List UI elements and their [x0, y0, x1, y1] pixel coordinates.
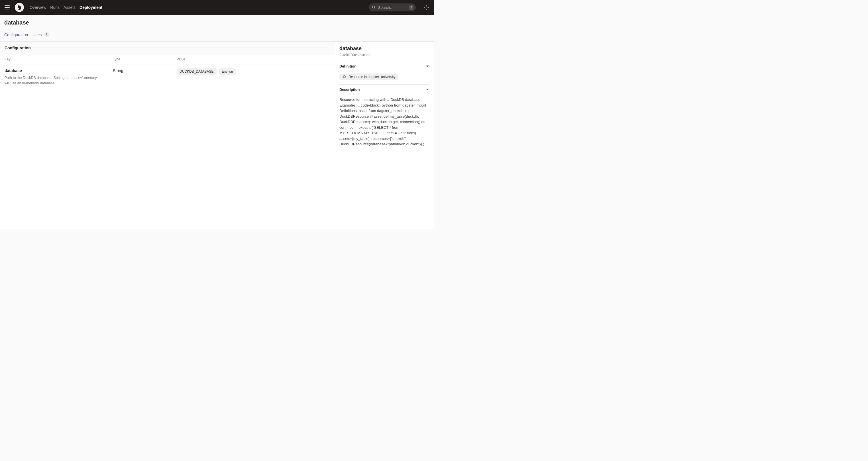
tab-uses[interactable]: Uses 8 — [32, 32, 49, 41]
tab-label: Uses — [32, 32, 41, 37]
definition-label: Definition — [339, 64, 356, 68]
config-value-kind: Env var — [219, 68, 236, 75]
side-subtitle: DuckDBResource — [339, 53, 429, 57]
svg-point-2 — [372, 6, 374, 8]
tab-badge: 8 — [44, 32, 49, 37]
tab-label: Configuration — [4, 32, 28, 37]
col-value-header: Value — [172, 54, 334, 64]
description-label: Description — [339, 88, 360, 92]
svg-line-3 — [374, 8, 375, 9]
menu-icon[interactable] — [3, 4, 11, 10]
col-key-header: Key — [0, 54, 108, 64]
page-title: database — [4, 19, 429, 26]
table-row: database Path to the DuckDB database. Se… — [0, 64, 334, 90]
search-icon — [372, 5, 376, 9]
config-value: DUCKDB_DATABASE — [177, 68, 217, 75]
search-shortcut: / — [409, 5, 413, 10]
nav-deployment[interactable]: Deployment — [80, 5, 102, 10]
chevron-down-icon — [426, 65, 429, 67]
config-key-desc: Path to the DuckDB database. Setting dat… — [5, 75, 103, 86]
nav-assets[interactable]: Assets — [64, 5, 75, 10]
svg-point-1 — [20, 6, 21, 7]
resource-icon — [342, 75, 346, 79]
section-header: Configuration — [0, 41, 334, 54]
side-title: database — [339, 45, 429, 52]
col-type-header: Type — [108, 54, 172, 64]
svg-point-4 — [426, 7, 428, 8]
search-box[interactable]: / — [369, 3, 416, 11]
tab-configuration[interactable]: Configuration — [4, 32, 28, 41]
nav-runs[interactable]: Runs — [50, 5, 60, 10]
config-key-name: database — [5, 68, 103, 73]
definition-toggle[interactable]: Definition — [339, 61, 429, 71]
settings-button[interactable] — [423, 3, 431, 11]
search-input[interactable] — [378, 5, 407, 10]
table-header: Key Type Value — [0, 54, 334, 64]
logo-icon[interactable] — [15, 3, 24, 12]
description-toggle[interactable]: Description — [339, 84, 429, 95]
nav-overview[interactable]: Overview — [30, 5, 46, 10]
gear-icon — [424, 5, 429, 10]
definition-chip[interactable]: Resource in dagster_university — [339, 73, 398, 80]
description-text: Resource for interacting with a DuckDB d… — [339, 97, 429, 147]
chevron-down-icon — [426, 89, 429, 90]
config-type: String — [108, 64, 172, 90]
